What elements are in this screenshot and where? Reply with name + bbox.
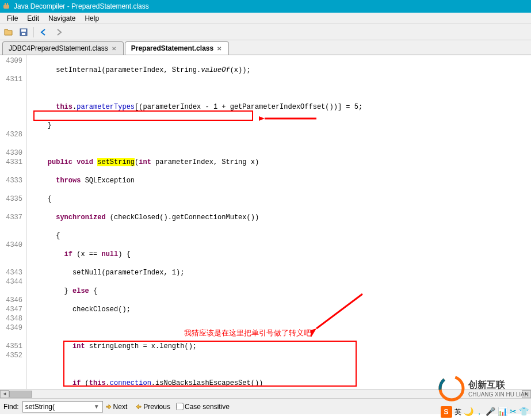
line-number [0, 139, 22, 148]
svg-rect-4 [21, 29, 26, 32]
line-number [0, 204, 22, 213]
line-number [0, 185, 22, 194]
line-number: 4348 [0, 314, 22, 323]
ime-taskbar: S 英 🌙 ， 🎤 📊 ✂ 👕 [441, 406, 529, 418]
ime-lang[interactable]: 英 [454, 407, 461, 417]
line-number: 4344 [0, 277, 22, 287]
line-number [0, 287, 22, 296]
line-number [0, 121, 22, 130]
menu-help[interactable]: Help [80, 14, 104, 22]
svg-rect-2 [7, 3, 8, 5]
line-number [0, 333, 22, 342]
app-icon [2, 2, 12, 11]
ime-icons[interactable]: 🌙 ， 🎤 📊 ✂ 👕 [464, 407, 529, 417]
menu-navigate[interactable]: Navigate [44, 14, 80, 22]
toolbar [0, 24, 531, 40]
line-number: 4328 [0, 130, 22, 139]
line-number: 4331 [0, 158, 22, 167]
dropdown-icon[interactable]: ▼ [94, 403, 100, 410]
tab-jdbc4preparedstatement[interactable]: JDBC4PreparedStatement.class ✕ [2, 41, 124, 55]
find-label: Find: [3, 403, 19, 411]
annotation-text: 我猜应该是在这里把单引号做了转义吧 [184, 328, 311, 338]
watermark-brand: 创新互联 [468, 379, 529, 391]
arrow-icon [259, 113, 322, 124]
line-number: 4358 [0, 388, 22, 389]
tab-preparedstatement[interactable]: PreparedStatement.class ✕ [125, 41, 229, 55]
line-number: 4347 [0, 305, 22, 314]
forward-icon[interactable] [52, 26, 65, 39]
line-number [0, 93, 22, 102]
line-number: 4330 [0, 148, 22, 158]
line-number [0, 360, 22, 369]
svg-line-9 [316, 294, 362, 329]
arrow-icon [311, 291, 368, 337]
line-number [0, 112, 22, 121]
tab-bar: JDBC4PreparedStatement.class ✕ PreparedS… [0, 40, 531, 55]
svg-rect-0 [3, 5, 9, 9]
line-number: 4340 [0, 240, 22, 250]
line-gutter: 4309 4311 4328 4330 4331 4333 4335 4337 … [0, 55, 26, 389]
line-number [0, 84, 22, 93]
svg-rect-5 [22, 33, 25, 35]
back-icon[interactable] [37, 26, 50, 39]
scroll-left-icon[interactable]: ◄ [0, 390, 9, 398]
line-number [0, 379, 22, 388]
window-title: Java Decompiler - PreparedStatement.clas… [14, 2, 149, 10]
line-number [0, 250, 22, 259]
code-area: 4309 4311 4328 4330 4331 4333 4335 4337 … [0, 55, 531, 389]
line-number: 4352 [0, 351, 22, 360]
line-number: 4311 [0, 75, 22, 84]
line-number [0, 167, 22, 176]
code-content[interactable]: setInternal(parameterIndex, String.value… [26, 55, 531, 389]
line-number [0, 222, 22, 231]
ime-badge[interactable]: S [441, 406, 452, 418]
close-icon[interactable]: ✕ [216, 45, 223, 52]
find-previous-button[interactable]: Previous [133, 402, 173, 412]
line-number: 4349 [0, 323, 22, 333]
line-number [0, 231, 22, 240]
line-number [0, 369, 22, 379]
line-number: 4346 [0, 296, 22, 305]
scroll-thumb[interactable] [9, 391, 32, 398]
close-icon[interactable]: ✕ [110, 45, 117, 52]
line-number [0, 102, 22, 112]
window-titlebar: Java Decompiler - PreparedStatement.clas… [0, 0, 531, 13]
watermark: 创新互联 CHUANG XIN HU LIAN [437, 374, 529, 403]
case-sensitive-checkbox[interactable]: Case sensitive [176, 403, 230, 411]
svg-rect-1 [5, 3, 6, 5]
open-file-icon[interactable] [2, 26, 15, 39]
menubar: File Edit Navigate Help [0, 13, 531, 24]
tab-label: JDBC4PreparedStatement.class [9, 44, 108, 52]
save-icon[interactable] [17, 26, 30, 39]
menu-edit[interactable]: Edit [22, 14, 44, 22]
line-number: 4343 [0, 268, 22, 277]
find-input[interactable] [22, 401, 103, 413]
line-number [0, 259, 22, 268]
line-number [0, 66, 22, 75]
menu-file[interactable]: File [2, 14, 22, 22]
line-number: 4335 [0, 194, 22, 204]
line-number: 4337 [0, 213, 22, 222]
toolbar-separator [33, 27, 34, 37]
tab-label: PreparedStatement.class [131, 44, 213, 52]
watermark-sub: CHUANG XIN HU LIAN [468, 391, 529, 398]
line-number: 4351 [0, 342, 22, 351]
watermark-logo-icon [437, 374, 466, 403]
line-number: 4309 [0, 56, 22, 66]
line-number: 4333 [0, 176, 22, 185]
find-next-button[interactable]: Next [103, 402, 130, 412]
